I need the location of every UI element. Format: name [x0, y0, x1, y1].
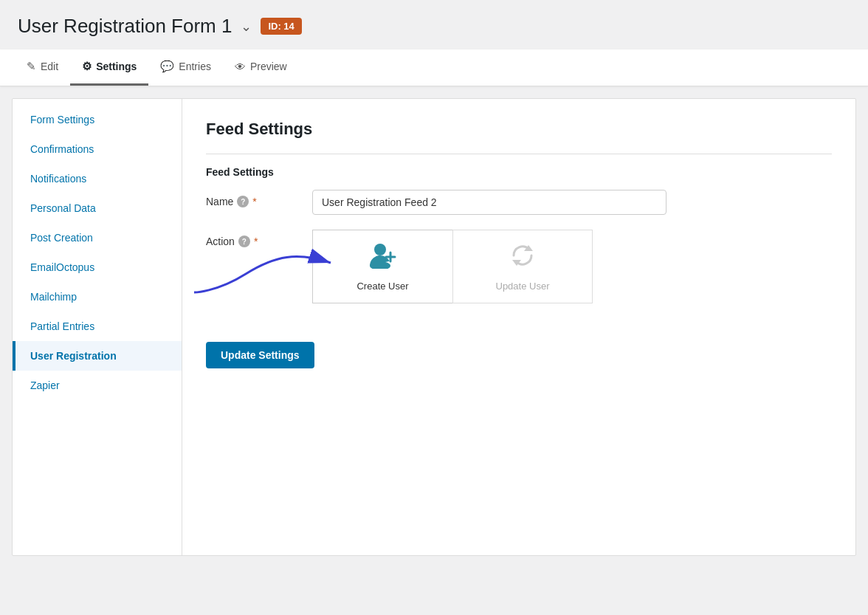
sidebar-item-partial-entries[interactable]: Partial Entries [13, 312, 182, 341]
action-label: Action ? * [206, 230, 294, 247]
feed-settings-section: Feed Settings Name ? * Action ? * [206, 154, 832, 368]
create-user-label: Create User [356, 281, 408, 292]
content-area: Feed Settings Feed Settings Name ? * Act… [182, 99, 855, 555]
sidebar-item-form-settings[interactable]: Form Settings [13, 105, 182, 134]
action-help-icon[interactable]: ? [238, 236, 250, 247]
sidebar-item-post-creation[interactable]: Post Creation [13, 223, 182, 252]
sidebar-item-zapier[interactable]: Zapier [13, 371, 182, 400]
name-required: * [252, 196, 256, 207]
action-create-user[interactable]: Create User [312, 230, 452, 303]
dropdown-icon[interactable]: ⌄ [241, 18, 252, 35]
feed-settings-title: Feed Settings [206, 120, 832, 139]
sidebar-item-personal-data[interactable]: Personal Data [13, 193, 182, 223]
create-user-icon [368, 242, 398, 275]
sidebar-item-user-registration[interactable]: User Registration [13, 341, 182, 371]
sidebar-item-notifications[interactable]: Notifications [13, 164, 182, 193]
id-badge: ID: 14 [261, 18, 301, 35]
action-update-user[interactable]: Update User [452, 230, 593, 303]
tab-edit[interactable]: ✎ Edit [15, 49, 70, 86]
name-help-icon[interactable]: ? [237, 196, 249, 207]
action-row: Action ? * [206, 230, 832, 303]
tab-preview[interactable]: 👁 Preview [223, 50, 299, 86]
update-user-label: Update User [496, 281, 550, 292]
name-label: Name ? * [206, 190, 294, 207]
tab-settings[interactable]: ⚙ Settings [70, 49, 148, 86]
page-title: User Registration Form 1 [18, 15, 232, 38]
name-input[interactable] [312, 190, 666, 215]
edit-icon: ✎ [27, 60, 36, 73]
preview-icon: 👁 [235, 61, 246, 73]
section-label: Feed Settings [206, 166, 832, 178]
main-layout: Form Settings Confirmations Notification… [12, 98, 856, 556]
action-required: * [254, 236, 258, 247]
page-header: User Registration Form 1 ⌄ ID: 14 [0, 0, 868, 38]
entries-icon: 💬 [160, 60, 174, 73]
action-buttons-container: Create User [312, 230, 593, 303]
page-wrapper: User Registration Form 1 ⌄ ID: 14 ✎ Edit… [0, 0, 868, 615]
update-user-icon [509, 242, 536, 275]
settings-icon: ⚙ [82, 60, 92, 73]
sidebar: Form Settings Confirmations Notification… [13, 99, 182, 555]
sidebar-item-mailchimp[interactable]: Mailchimp [13, 282, 182, 312]
svg-point-1 [374, 244, 386, 255]
sidebar-item-confirmations[interactable]: Confirmations [13, 134, 182, 164]
update-settings-button[interactable]: Update Settings [206, 342, 314, 368]
action-options: Create User [312, 230, 593, 303]
tabs-bar: ✎ Edit ⚙ Settings 💬 Entries 👁 Preview [0, 49, 868, 86]
name-row: Name ? * [206, 190, 832, 215]
tab-entries[interactable]: 💬 Entries [148, 49, 223, 86]
sidebar-item-email-octopus[interactable]: EmailOctopus [13, 252, 182, 282]
